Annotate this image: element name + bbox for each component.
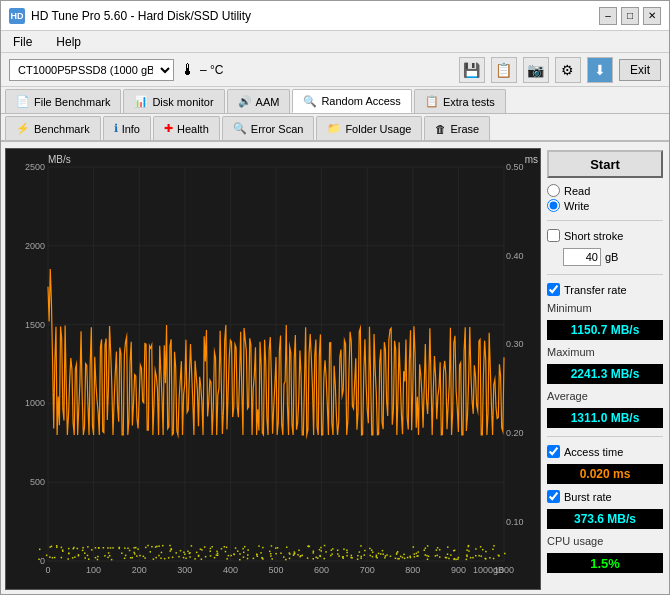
stroke-unit: gB [605,251,618,263]
drive-select[interactable]: CT1000P5PSSD8 (1000 gB) [9,59,174,81]
tab-folder-usage[interactable]: 📁 Folder Usage [316,116,422,140]
start-button[interactable]: Start [547,150,663,178]
benchmark-icon: ⚡ [16,122,30,135]
short-stroke-checkbox[interactable] [547,229,560,242]
stroke-row: gB [547,248,663,266]
aam-icon: 🔊 [238,95,252,108]
tab-extra-tests[interactable]: 📋 Extra tests [414,89,506,113]
random-access-icon: 🔍 [303,95,317,108]
stroke-input[interactable] [563,248,601,266]
write-radio-label[interactable]: Write [547,199,663,212]
menu-help[interactable]: Help [52,34,85,50]
title-bar-left: HD HD Tune Pro 5.60 - Hard Disk/SSD Util… [9,8,251,24]
tab-disk-monitor[interactable]: 📊 Disk monitor [123,89,224,113]
read-write-group: Read Write [547,184,663,212]
toolbar-btn-4[interactable]: ⚙ [555,57,581,83]
tabs-row-1: 📄 File Benchmark 📊 Disk monitor 🔊 AAM 🔍 … [1,87,669,114]
access-time-checkbox[interactable] [547,445,560,458]
toolbar: CT1000P5PSSD8 (1000 gB) 🌡 – °C 💾 📋 📷 ⚙ ⬇… [1,53,669,87]
tabs-row-2: ⚡ Benchmark ℹ Info ✚ Health 🔍 Error Scan… [1,114,669,142]
info-icon: ℹ [114,122,118,135]
exit-button[interactable]: Exit [619,59,661,81]
read-radio-label[interactable]: Read [547,184,663,197]
tab-info[interactable]: ℹ Info [103,116,151,140]
divider-1 [547,220,663,221]
transfer-rate-checkbox-label[interactable]: Transfer rate [547,283,663,296]
transfer-rate-checkbox[interactable] [547,283,560,296]
divider-3 [547,436,663,437]
access-time-checkbox-label[interactable]: Access time [547,445,663,458]
divider-2 [547,274,663,275]
average-label: Average [547,390,663,402]
app-icon: HD [9,8,25,24]
file-benchmark-icon: 📄 [16,95,30,108]
maximum-value: 2241.3 MB/s [547,364,663,384]
cpu-usage-value: 1.5% [547,553,663,573]
close-button[interactable]: ✕ [643,7,661,25]
access-time-value: 0.020 ms [547,464,663,484]
tab-health[interactable]: ✚ Health [153,116,220,140]
chart-canvas [6,149,540,589]
menu-bar: File Help [1,31,669,53]
tab-error-scan[interactable]: 🔍 Error Scan [222,116,315,140]
temp-value: – °C [200,63,223,77]
health-icon: ✚ [164,122,173,135]
tab-benchmark[interactable]: ⚡ Benchmark [5,116,101,140]
average-value: 1311.0 MB/s [547,408,663,428]
extra-tests-icon: 📋 [425,95,439,108]
tab-file-benchmark[interactable]: 📄 File Benchmark [5,89,121,113]
short-stroke-checkbox-label[interactable]: Short stroke [547,229,663,242]
content-area: Start Read Write Short stroke gB [1,144,669,594]
toolbar-btn-3[interactable]: 📷 [523,57,549,83]
read-radio[interactable] [547,184,560,197]
burst-rate-value: 373.6 MB/s [547,509,663,529]
maximize-button[interactable]: □ [621,7,639,25]
minimum-label: Minimum [547,302,663,314]
disk-monitor-icon: 📊 [134,95,148,108]
toolbar-btn-2[interactable]: 📋 [491,57,517,83]
tab-random-access[interactable]: 🔍 Random Access [292,89,411,113]
erase-icon: 🗑 [435,123,446,135]
tab-aam[interactable]: 🔊 AAM [227,89,291,113]
tab-erase[interactable]: 🗑 Erase [424,116,490,140]
cpu-usage-label: CPU usage [547,535,663,547]
toolbar-btn-1[interactable]: 💾 [459,57,485,83]
burst-rate-checkbox-label[interactable]: Burst rate [547,490,663,503]
title-controls: – □ ✕ [599,7,661,25]
toolbar-btn-5[interactable]: ⬇ [587,57,613,83]
maximum-label: Maximum [547,346,663,358]
burst-rate-checkbox[interactable] [547,490,560,503]
menu-file[interactable]: File [9,34,36,50]
minimum-value: 1150.7 MB/s [547,320,663,340]
title-bar: HD HD Tune Pro 5.60 - Hard Disk/SSD Util… [1,1,669,31]
chart-area [5,148,541,590]
folder-usage-icon: 📁 [327,122,341,135]
right-panel: Start Read Write Short stroke gB [545,148,665,590]
error-scan-icon: 🔍 [233,122,247,135]
main-window: HD HD Tune Pro 5.60 - Hard Disk/SSD Util… [0,0,670,595]
temp-display: 🌡 – °C [180,61,223,79]
write-radio[interactable] [547,199,560,212]
thermometer-icon: 🌡 [180,61,196,79]
minimize-button[interactable]: – [599,7,617,25]
window-title: HD Tune Pro 5.60 - Hard Disk/SSD Utility [31,9,251,23]
